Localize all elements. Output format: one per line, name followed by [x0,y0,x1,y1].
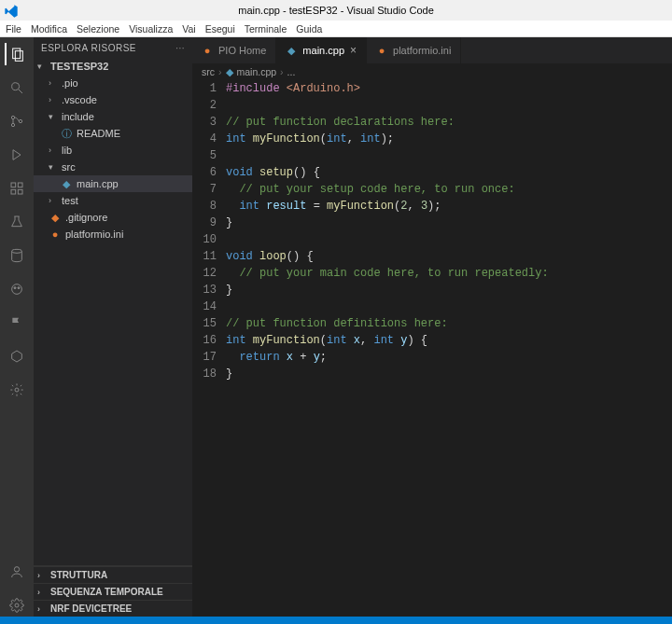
activity-platformio-icon[interactable] [6,278,28,300]
tab-maincpp[interactable]: ◆ main.cpp × [276,37,367,63]
sidebar-bottom-sections: › STRUTTURA › SEQUENZA TEMPORALE › NRF D… [34,565,192,617]
window-title: main.cpp - testESP32 - Visual Studio Cod… [238,5,434,16]
line-gutter: 123456789101112131415161718 [192,80,226,617]
svg-point-13 [12,284,22,295]
tree-file-readme[interactable]: ⓘ README [34,125,192,142]
chevron-right-icon: › [37,571,47,580]
svg-rect-11 [18,189,22,194]
menu-terminal[interactable]: Terminale [245,23,287,35]
activity-gear-icon[interactable] [6,379,28,401]
section-sequenza[interactable]: › SEQUENZA TEMPORALE [34,583,192,600]
breadcrumb-part[interactable]: ... [287,66,296,77]
cpp-file-icon: ◆ [226,66,233,77]
sidebar-title: ESPLORA RISORSE [41,43,136,53]
tab-label: platformio.ini [393,45,451,56]
svg-point-14 [14,287,16,289]
tree-label: main.cpp [77,178,119,189]
section-label: SEQUENZA TEMPORALE [50,587,163,597]
chevron-down-icon: ▾ [49,112,58,121]
svg-rect-0 [13,49,21,59]
menu-selection[interactable]: Selezione [77,23,119,35]
section-label: STRUTTURA [50,570,107,580]
activity-database-icon[interactable] [6,244,28,267]
menu-file[interactable]: File [6,23,21,35]
activity-explorer-icon[interactable] [5,43,27,65]
tree-folder-lib[interactable]: › lib [34,142,192,159]
chevron-right-icon: › [218,66,222,77]
menu-bar: File Modifica Selezione Visualizza Vai E… [0,21,672,37]
tree-folder-vscode[interactable]: › .vscode [34,91,192,108]
cpp-file-icon: ◆ [60,178,73,190]
tree-label: src [62,161,76,173]
activity-run-icon[interactable] [6,144,28,166]
tree-file-maincpp[interactable]: ◆ main.cpp [34,175,192,192]
editor-area: ● PIO Home ◆ main.cpp × ● platformio.ini… [192,37,672,617]
tree-label: lib [62,145,72,156]
chevron-down-icon: ▾ [37,62,47,71]
activity-search-icon[interactable] [6,76,28,99]
platformio-icon: ● [202,45,213,56]
tree-label: test [62,195,78,206]
chevron-down-icon: ▾ [49,162,58,172]
code-editor[interactable]: 123456789101112131415161718 #include <Ar… [192,80,672,617]
tree-project-root[interactable]: ▾ TESTESP32 [34,58,192,75]
activity-account-icon[interactable] [6,561,28,583]
code-lines[interactable]: #include <Arduino.h> // put function dec… [226,80,672,617]
activity-beaker-icon[interactable] [6,211,28,233]
activity-extensions-icon[interactable] [6,177,28,200]
breadcrumb-part[interactable]: src [202,66,215,77]
breadcrumb[interactable]: src › ◆ main.cpp › ... [192,63,672,80]
activity-bar [0,37,34,617]
tree-folder-pio[interactable]: › .pio [34,75,192,91]
svg-point-2 [12,83,20,90]
editor-tabs: ● PIO Home ◆ main.cpp × ● platformio.ini [192,37,672,63]
chevron-right-icon: › [37,604,47,614]
chevron-right-icon: › [49,146,58,155]
activity-hex-icon[interactable] [6,345,28,367]
tree-file-gitignore[interactable]: ◆ .gitignore [34,209,192,226]
menu-run[interactable]: Esegui [205,23,235,35]
git-icon: ◆ [49,212,62,224]
svg-point-18 [14,567,19,572]
tree-label: README [77,128,120,139]
chevron-right-icon: › [49,95,58,104]
sidebar-more-icon[interactable]: ··· [175,43,185,53]
menu-edit[interactable]: Modifica [31,23,67,35]
project-name: TESTESP32 [50,61,108,72]
chevron-right-icon: › [49,196,58,205]
activity-flag-icon[interactable] [6,312,28,334]
platformio-file-icon: ● [49,229,62,240]
section-struttura[interactable]: › STRUTTURA [34,566,192,583]
tree-label: include [62,111,94,122]
tree-file-platformio[interactable]: ● platformio.ini [34,226,192,243]
breadcrumb-part[interactable]: main.cpp [237,66,277,77]
tab-pio-home[interactable]: ● PIO Home [192,37,276,63]
menu-go[interactable]: Vai [182,23,195,35]
tree-label: platformio.ini [65,229,123,240]
tab-label: main.cpp [302,45,344,56]
svg-point-6 [19,119,21,122]
activity-scm-icon[interactable] [6,110,28,132]
tree-folder-src[interactable]: ▾ src [34,159,192,175]
menu-view[interactable]: Visualizza [129,23,173,35]
tab-label: PIO Home [218,45,266,56]
sidebar-header: ESPLORA RISORSE ··· [34,37,192,58]
svg-point-5 [11,123,14,126]
status-bar[interactable] [0,617,672,624]
svg-rect-9 [18,183,22,187]
section-label: NRF DEVICETREE [50,603,132,614]
svg-rect-1 [15,51,22,62]
tree-folder-test[interactable]: › test [34,192,192,209]
svg-rect-8 [11,183,16,187]
close-icon[interactable]: × [350,44,357,57]
explorer-sidebar: ESPLORA RISORSE ··· ▾ TESTESP32 › .pio ›… [34,37,192,617]
tree-folder-include[interactable]: ▾ include [34,108,192,125]
svg-marker-16 [12,351,22,362]
activity-settings-icon[interactable] [6,594,28,617]
tree-label: .vscode [62,94,97,105]
menu-help[interactable]: Guida [296,23,322,35]
section-nrf[interactable]: › NRF DEVICETREE [34,600,192,617]
tab-platformio-ini[interactable]: ● platformio.ini [367,37,461,63]
chevron-right-icon: › [37,588,47,597]
tree-label: .pio [62,77,78,89]
